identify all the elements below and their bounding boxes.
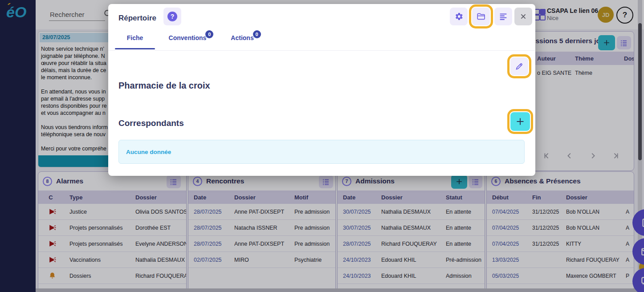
empty-state-message: Aucune donnée — [126, 149, 171, 155]
empty-state-box: Aucune donnée — [118, 140, 525, 164]
record-name: Pharmacie de la croix — [118, 81, 210, 91]
close-icon — [519, 12, 528, 21]
summary-list-button[interactable] — [494, 8, 512, 25]
tab-label: Fiche — [127, 34, 143, 41]
tab-conventions[interactable]: Conventions0 — [165, 34, 210, 46]
repertoire-modal: Répertoire ? Fiche Conventions0 Actions0 — [108, 4, 535, 176]
folder-button[interactable] — [472, 8, 490, 25]
help-icon: ? — [167, 12, 177, 21]
tab-label: Actions0 — [231, 34, 253, 41]
edit-record-button[interactable] — [510, 57, 528, 75]
align-list-icon — [498, 12, 508, 21]
modal-title: Répertoire — [118, 14, 156, 23]
tabs-divider — [108, 50, 535, 51]
plus-icon — [515, 116, 526, 127]
active-tab-indicator — [115, 48, 155, 49]
folder-icon — [476, 12, 486, 21]
tab-label: Conventions0 — [169, 34, 207, 41]
tab-actions[interactable]: Actions0 — [225, 34, 260, 46]
tab-badge: 0 — [205, 30, 213, 38]
tab-fiche[interactable]: Fiche — [115, 34, 155, 46]
close-button[interactable] — [514, 8, 532, 25]
gear-icon — [454, 12, 464, 21]
correspondants-section-title: Correspondants — [118, 118, 184, 128]
pencil-icon — [514, 61, 524, 71]
settings-button[interactable] — [450, 8, 468, 25]
modal-help-button[interactable]: ? — [163, 8, 181, 25]
add-correspondant-button[interactable] — [510, 112, 530, 131]
tab-badge: 0 — [253, 30, 261, 38]
